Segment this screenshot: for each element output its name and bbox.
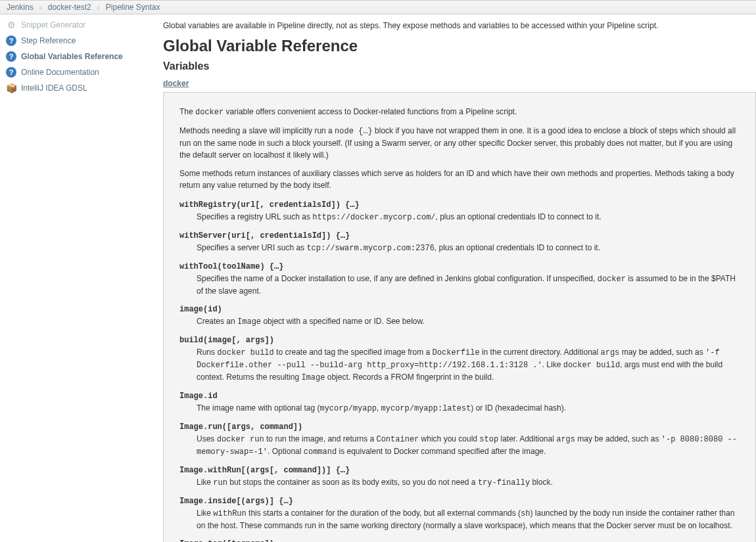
sidebar-item-globals[interactable]: ? Global Variables Reference [4, 49, 154, 64]
help-icon: ? [5, 35, 17, 47]
crumb-job[interactable]: docker-test2 [48, 3, 91, 12]
help-icon: ? [5, 66, 17, 78]
sidebar-item-gdsl[interactable]: 📦 IntelliJ IDEA GDSL [4, 80, 154, 96]
method-signature: withTool(toolName) {…} [179, 261, 740, 273]
method-description: Like run but stops the container as soon… [197, 476, 740, 489]
method-signature: withServer(uri[, credentialsId]) {…} [179, 230, 740, 242]
method-signature: Image.inside[(args)] {…} [179, 495, 740, 507]
variable-link-docker[interactable]: docker [163, 79, 189, 88]
sidebar-item-step[interactable]: ? Step Reference [4, 33, 154, 49]
doc-paragraph: Methods needing a slave will implicitly … [179, 125, 740, 161]
doc-paragraph: Some methods return instances of auxilia… [179, 168, 740, 191]
sidebar-item-label: Snippet Generator [21, 20, 85, 30]
doc-paragraph: The docker variable offers convenient ac… [179, 106, 740, 118]
gear-icon: ⚙ [5, 19, 17, 31]
method-description: Runs docker build to create and tag the … [197, 346, 740, 384]
section-title: Variables [163, 60, 756, 72]
doc-box: The docker variable offers convenient ac… [163, 92, 756, 542]
page-title: Global Variable Reference [163, 37, 756, 55]
method-signature: Image.tag([tagname]) [179, 538, 740, 542]
method-signature: Image.id [179, 390, 740, 402]
chevron-right-icon: › [97, 4, 99, 11]
sidebar-item-label: IntelliJ IDEA GDSL [21, 83, 87, 93]
main-content: Global variables are available in Pipeli… [158, 14, 756, 542]
intro-text: Global variables are available in Pipeli… [163, 21, 756, 30]
methods-list: withRegistry(url[, credentialsId]) {…}Sp… [179, 199, 740, 542]
breadcrumb: Jenkins › docker-test2 › Pipeline Syntax [0, 0, 756, 14]
method-description: Specifies a registry URL such as https:/… [197, 211, 740, 223]
sidebar-item-label: Global Variables Reference [21, 52, 123, 61]
sidebar-item-label: Step Reference [21, 36, 76, 45]
method-description: Creates an Image object with a specified… [197, 315, 740, 328]
method-signature: image(id) [179, 304, 740, 315]
method-description: Uses docker run to run the image, and re… [197, 433, 740, 458]
method-description: The image name with optional tag (mycorp… [197, 402, 740, 415]
crumb-syntax[interactable]: Pipeline Syntax [106, 3, 160, 12]
method-signature: withRegistry(url[, credentialsId]) {…} [179, 199, 740, 211]
help-icon: ? [5, 51, 17, 62]
package-icon: 📦 [5, 82, 17, 94]
method-signature: Image.run([args, command]) [179, 421, 740, 433]
sidebar-item-label: Online Documentation [21, 68, 99, 77]
method-description: Like withRun this starts a container for… [197, 507, 740, 531]
method-description: Specifies the name of a Docker installat… [197, 273, 740, 297]
method-signature: build(image[, args]) [179, 334, 740, 346]
chevron-right-icon: › [39, 4, 41, 11]
method-signature: Image.withRun[(args[, command])] {…} [179, 464, 740, 476]
method-description: Specifies a server URI such as tcp://swa… [197, 242, 740, 254]
crumb-jenkins[interactable]: Jenkins [7, 3, 34, 12]
sidebar-item-online[interactable]: ? Online Documentation [4, 64, 154, 80]
sidebar-item-snippet[interactable]: ⚙ Snippet Generator [4, 17, 154, 33]
sidebar: ⚙ Snippet Generator ? Step Reference ? G… [0, 14, 158, 542]
